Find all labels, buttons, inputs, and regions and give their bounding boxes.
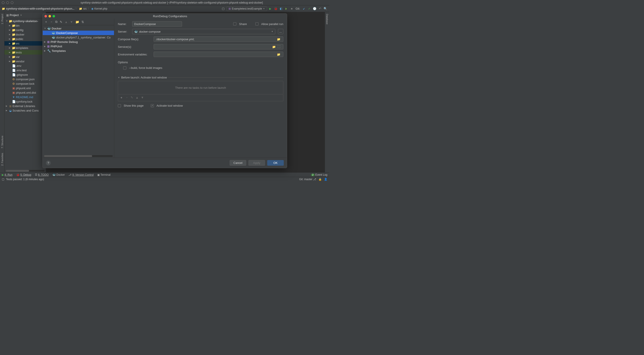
cancel-button[interactable]: Cancel — [230, 160, 246, 166]
profile-button[interactable]: ⏵ — [284, 7, 288, 11]
ct-docker[interactable]: ▼🐳Docker — [43, 26, 114, 31]
expand-icon[interactable]: ▶ — [44, 50, 46, 52]
env-input[interactable]: 📁 — [154, 52, 283, 57]
breadcrumb-root[interactable]: symfony-skeleton-with-configured-phpstor… — [6, 7, 74, 10]
compose-input[interactable]: ./docker/docker-compose.yml; 📁 — [154, 36, 283, 42]
tree-item[interactable]: 📄symfony.lock — [4, 99, 46, 104]
parallel-checkbox[interactable] — [255, 22, 258, 26]
expand-icon[interactable]: ▶ — [9, 56, 11, 58]
up-icon[interactable]: ▲ — [64, 20, 68, 24]
browse-icon[interactable]: 📁 — [271, 45, 276, 48]
coverage-button[interactable]: ◧ — [279, 7, 283, 11]
git-branch[interactable]: Git: master ⎇ — [299, 178, 316, 181]
add-icon[interactable]: ＋ — [120, 96, 123, 100]
minimize-icon[interactable] — [48, 15, 51, 18]
expand-icon[interactable]: ▶ — [9, 60, 11, 62]
ct-dockercompose[interactable]: 🐳DockerCompose — [43, 31, 114, 35]
close-icon[interactable] — [44, 15, 47, 18]
tab-favorites[interactable]: 2: Favorites — [1, 153, 4, 166]
expand-icon[interactable]: ▶ — [9, 42, 11, 44]
expand-icon[interactable]: ▶ — [9, 51, 11, 54]
ct-phpremote[interactable]: ▶⊞PHP Remote Debug — [43, 40, 114, 44]
git-history-icon[interactable]: 🕓 — [312, 7, 317, 11]
up-icon[interactable]: ▲ — [136, 96, 139, 100]
maximize-dot[interactable] — [11, 1, 14, 4]
tab-database[interactable]: Database — [326, 14, 328, 24]
expand-icon[interactable]: ▶ — [9, 33, 11, 36]
services-input[interactable]: 📁 ⛶ — [154, 44, 283, 50]
name-input[interactable] — [132, 21, 182, 26]
tab-structure[interactable]: 7: Structure — [1, 136, 4, 148]
remove-icon[interactable]: － — [125, 96, 128, 100]
expand-icon[interactable]: ⛶ — [276, 45, 281, 48]
tree-item[interactable]: ▶📁templates — [4, 46, 46, 50]
maximize-icon[interactable] — [52, 15, 55, 18]
folder-icon[interactable]: 📁 — [75, 20, 79, 24]
help-button[interactable]: ? — [46, 160, 51, 166]
tree-item[interactable]: ⚙composer.lock — [4, 81, 46, 86]
ok-button[interactable]: OK — [267, 160, 284, 166]
git-update-icon[interactable]: ↙ — [302, 7, 306, 11]
down-icon[interactable]: ▼ — [70, 20, 73, 24]
edit-icon[interactable]: ✎ — [60, 20, 62, 24]
status-icon[interactable]: ▢ — [2, 178, 4, 181]
tree-item[interactable]: ▶📁public — [4, 37, 46, 41]
vc-tab[interactable]: ⎇ 9: Version Control — [68, 173, 94, 176]
git-commit-icon[interactable]: ✓ — [307, 7, 311, 11]
breadcrumb-src[interactable]: src — [83, 7, 87, 10]
browse-icon[interactable]: 📁 — [276, 53, 281, 56]
expand-icon[interactable]: ▶ — [6, 105, 8, 107]
tree-item[interactable]: 📄.gitignore — [4, 72, 46, 77]
todo-tab[interactable]: ☰ 6: TODO — [35, 173, 49, 176]
run-button[interactable]: ▶ — [268, 7, 272, 11]
tree-root[interactable]: ▼ 📁 symfony-skeleton- — [4, 19, 46, 23]
expand-icon[interactable]: ▶ — [9, 29, 11, 31]
tree-item[interactable]: ▶📁config — [4, 28, 46, 32]
lock-icon[interactable]: 🔒 — [318, 178, 322, 181]
expand-icon[interactable]: ▶ — [6, 109, 8, 112]
share-checkbox[interactable] — [233, 22, 236, 26]
tree-item[interactable]: 📄.env.test — [4, 68, 46, 72]
tree-item[interactable]: ▼README.md — [4, 95, 46, 99]
expand-icon[interactable]: ▼ — [44, 27, 46, 30]
tree-item[interactable]: ▶📁var — [4, 54, 46, 59]
tree-item[interactable]: 📄.env — [4, 64, 46, 68]
tree-item[interactable]: ▣phpunit.xml — [4, 86, 46, 90]
run-tab[interactable]: ▶ 4: Run — [2, 173, 12, 176]
expand-icon[interactable]: ▼ — [118, 76, 120, 79]
tree-item[interactable]: ▶📁bin — [4, 23, 46, 28]
expand-icon[interactable]: ▶ — [9, 47, 11, 49]
expand-icon[interactable]: ▶ — [44, 41, 46, 43]
tab-project[interactable]: 1: Project — [1, 14, 4, 24]
server-select[interactable]: 🐳 docker-compose ▼ — [132, 29, 275, 34]
run-config-selector[interactable]: ⊞ Exampletest.testExample ▼ — [226, 6, 267, 11]
docker-tab[interactable]: 🐳 Docker — [52, 173, 65, 176]
build-icon[interactable]: ▢ — [221, 7, 225, 11]
showpage-checkbox[interactable] — [118, 104, 121, 107]
h-scrollbar[interactable] — [6, 170, 44, 172]
user-icon[interactable]: 👤 — [324, 178, 327, 181]
git-revert-icon[interactable]: ↶ — [318, 7, 322, 11]
stop-button[interactable]: ■ — [290, 7, 294, 11]
terminal-tab[interactable]: ▣ Terminal — [97, 173, 110, 176]
search-icon[interactable]: 🔍 — [323, 7, 327, 11]
breadcrumb-file[interactable]: Kernel.php — [94, 7, 107, 10]
remove-icon[interactable]: － — [50, 20, 53, 24]
expand-icon[interactable]: ▶ — [44, 45, 46, 48]
minimize-dot[interactable] — [6, 1, 9, 4]
apply-button[interactable]: Apply — [248, 160, 265, 166]
browse-icon[interactable]: 📁 — [276, 38, 281, 41]
tree-item-src[interactable]: ▶📁src — [4, 41, 46, 46]
ct-phpunit[interactable]: ▶⊞PHPUnit — [43, 44, 114, 48]
expand-icon[interactable]: ▶ — [9, 38, 11, 40]
close-dot[interactable] — [2, 1, 4, 4]
tree-item-tests[interactable]: ▶📁tests — [4, 50, 46, 54]
tree-scratches[interactable]: ▶◒Scratches and Cons — [4, 108, 46, 113]
tree-item[interactable]: ⚙composer.json — [4, 77, 46, 81]
ct-templates[interactable]: ▶🔧Templates — [43, 48, 114, 53]
tree-item[interactable]: ▣phpunit.xml.dist — [4, 90, 46, 95]
copy-icon[interactable]: ⧉ — [55, 20, 58, 24]
down-icon[interactable]: ▼ — [141, 96, 144, 100]
expand-icon[interactable]: ▶ — [9, 24, 11, 26]
ct-dockerphpfpm[interactable]: 🐳docker.phpfpm7.1_symfony_container: Co — [43, 35, 114, 40]
